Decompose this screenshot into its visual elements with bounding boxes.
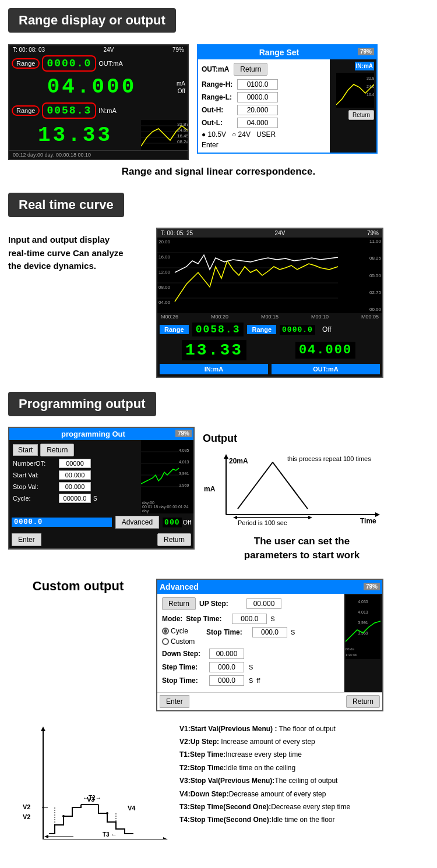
svg-marker-33 bbox=[375, 512, 380, 517]
svg-text:this process repeat 100 times: this process repeat 100 times bbox=[287, 455, 371, 462]
adv-footer-spacer bbox=[193, 695, 343, 708]
svg-marker-40 bbox=[233, 516, 237, 519]
adv-stop-time2-val[interactable]: 000.0 bbox=[209, 675, 244, 686]
adv-content: Return UP Step: 00.000 Mode: Step Time: … bbox=[157, 594, 382, 692]
adv-step-time2-val[interactable]: 000.0 bbox=[209, 662, 244, 672]
adv-footer: Enter Return bbox=[157, 692, 382, 710]
adv-step-time2-row: Step Time: 000.0 S bbox=[162, 662, 340, 672]
range-bottom: 00:12 day:00 day: 00:00:18 00:10 bbox=[9, 150, 188, 159]
prog-return-btn2[interactable]: Return bbox=[157, 533, 191, 546]
range-set-return-btn[interactable]: Return bbox=[234, 63, 267, 76]
adv-enter-btn[interactable]: Enter bbox=[160, 695, 189, 708]
advanced-left: Custom output bbox=[8, 579, 148, 602]
enter-label: Enter bbox=[202, 141, 218, 149]
section2-header: Real time curve bbox=[8, 193, 124, 217]
range-side-top: mA Off bbox=[174, 79, 188, 95]
curve-top: T: 00: 05: 25 24V 79% bbox=[157, 229, 382, 238]
svg-text:32.87: 32.87 bbox=[366, 76, 374, 80]
svg-text:Period is 100 sec: Period is 100 sec bbox=[238, 519, 287, 526]
advanced-section: Custom output Advanced 79% Return UP Ste… bbox=[0, 579, 437, 717]
adv-header: Advanced 79% bbox=[157, 580, 382, 594]
prog-startval-row: Start Val: 00.000 bbox=[13, 470, 138, 480]
svg-text:Time: Time bbox=[360, 517, 376, 525]
prog-stopval-val[interactable]: 00.000 bbox=[59, 482, 91, 491]
adv-right: 4,035 4,013 3,991 3,969 00 da 1:30 00 bbox=[344, 594, 382, 692]
adv-step-time1-lbl: Step Time: bbox=[186, 615, 230, 623]
adv-stop-time1-row: Stop Time: 000.0 S bbox=[206, 627, 295, 637]
range-time: T: 00: 08: 03 bbox=[13, 47, 45, 53]
adv-stop-time1-val[interactable]: 000.0 bbox=[252, 627, 287, 637]
range-l-val[interactable]: 0000.0 bbox=[237, 92, 278, 102]
curve-in-lbl: IN:mA bbox=[160, 364, 268, 374]
curve-off: Off bbox=[319, 324, 335, 335]
curve-large1: 13.33 bbox=[182, 340, 246, 360]
adv-step-time1-val[interactable]: 000.0 bbox=[232, 614, 267, 624]
adv-down-step-val[interactable]: 00.000 bbox=[209, 649, 244, 659]
prog-off-lbl: Off bbox=[183, 519, 191, 526]
svg-text:3,991: 3,991 bbox=[358, 621, 368, 625]
range-set-header: Range Set 79% bbox=[198, 45, 376, 59]
unit-right-top: mA bbox=[177, 80, 185, 87]
note-2: V2:Up Step: Increase amount of every ste… bbox=[179, 736, 407, 747]
range-label-top: Range bbox=[12, 58, 40, 69]
rs-return-btn[interactable]: Return bbox=[348, 110, 374, 120]
curve-chart-area: 20.00 16.00 12.00 08.00 04.00 11.00 08.2… bbox=[157, 238, 382, 313]
custom-row: V2 V2 V3 V4 V1 ←T1 ←T2→ T3 ← ←T4 bbox=[8, 723, 429, 841]
section1-header: Range display or output bbox=[8, 8, 176, 33]
note-3: T1:Step Time:Increase every step time bbox=[179, 749, 407, 760]
curve-bottom: Range 0058.3 Range 0000.0 Off bbox=[157, 320, 382, 339]
custom-svg: V2 V2 V3 V4 V1 ←T1 ←T2→ T3 ← ←T4 bbox=[8, 723, 171, 839]
output-diagram-area: 20mA mA Time Period is 100 sec this pro bbox=[203, 451, 401, 526]
prog-seg-small: 000 bbox=[163, 518, 181, 527]
svg-text:16.00: 16.00 bbox=[158, 254, 171, 260]
prog-number-lbl: NumberOT: bbox=[13, 460, 57, 467]
rs-in-label: IN:mA bbox=[355, 62, 374, 70]
out-h-row: Out-H: 20.000 bbox=[202, 105, 323, 115]
range-h-val[interactable]: 0100.0 bbox=[237, 79, 278, 90]
prog-enter-btn[interactable]: Enter bbox=[12, 533, 41, 546]
rs-out-label: OUT:mA bbox=[202, 65, 229, 73]
adv-up-step-val[interactable]: 00.000 bbox=[246, 598, 281, 609]
prog-advanced-btn[interactable]: Advanced bbox=[115, 516, 159, 529]
prog-number-val[interactable]: 00000 bbox=[59, 459, 91, 468]
adv-chart-svg: 4,035 4,013 3,991 3,969 00 da 1:30 00 bbox=[346, 595, 380, 659]
adv-off-lbl: ff bbox=[256, 677, 260, 684]
out-l-val[interactable]: 04.000 bbox=[237, 118, 278, 128]
adv-panel: Advanced 79% Return UP Step: 00.000 Mode… bbox=[156, 579, 383, 711]
user-note: The user can set the parameters to start… bbox=[203, 534, 401, 562]
svg-text:04.00: 04.00 bbox=[158, 300, 171, 305]
out-h-val[interactable]: 20.000 bbox=[237, 105, 278, 115]
out-l-lbl: Out-L: bbox=[202, 119, 234, 127]
prog-footer-spacer bbox=[45, 533, 154, 546]
adv-cycle-radio[interactable]: Cycle bbox=[162, 627, 203, 635]
prog-start-btn[interactable]: Start bbox=[13, 444, 38, 456]
large-seg-top: 04.000 bbox=[9, 73, 174, 101]
adv-step-time2-lbl: Step Time: bbox=[162, 663, 206, 671]
prog-stopval-row: Stop Val: 00.000 bbox=[13, 482, 138, 491]
note-6: V4:Down Step:Decrease amount of every st… bbox=[179, 788, 407, 800]
range-row: T: 00: 08: 03 24V 79% Range 0000.0 OUT:m… bbox=[8, 44, 429, 160]
prog-chart: 4,035 4,013 3,991 3,969 day:0000:01:18 d… bbox=[141, 440, 193, 513]
prog-startval-val[interactable]: 00.000 bbox=[59, 470, 91, 480]
prog-return-btn[interactable]: Return bbox=[40, 444, 74, 456]
svg-text:V2: V2 bbox=[23, 803, 30, 810]
curve-panel: T: 00: 05: 25 24V 79% 20.00 16.00 12.00 … bbox=[156, 228, 383, 378]
prog-cycle-val[interactable]: 00000.0 bbox=[59, 494, 91, 503]
range-set-panel: Range Set 79% OUT:mA Return Range-H: 010… bbox=[197, 44, 378, 154]
range-display-panel: T: 00: 08: 03 24V 79% Range 0000.0 OUT:m… bbox=[8, 44, 189, 160]
svg-text:00  da: 00 da bbox=[346, 647, 355, 651]
range-set-right: IN:mA 32.87 24.65 16.45 Return bbox=[330, 59, 376, 153]
svg-text:20.00: 20.00 bbox=[158, 239, 171, 245]
adv-return-btn[interactable]: Return bbox=[162, 597, 196, 610]
range-l-row: Range-L: 0000.0 bbox=[202, 92, 323, 102]
prog-seg-val: 0000.0 bbox=[12, 518, 112, 527]
svg-text:16.45: 16.45 bbox=[366, 93, 374, 97]
note-1: V1:Start Val(Previous Menu) : The floor … bbox=[179, 723, 407, 735]
svg-text:mA: mA bbox=[204, 485, 216, 493]
adv-return-btn2[interactable]: Return bbox=[346, 695, 380, 708]
adv-custom-radio[interactable]: Custom bbox=[162, 637, 203, 646]
prog-panel-top: programming Out 79% bbox=[9, 428, 193, 440]
custom-diagram: V2 V2 V3 V4 V1 ←T1 ←T2→ T3 ← ←T4 bbox=[8, 723, 171, 841]
svg-text:V4: V4 bbox=[128, 805, 136, 812]
prog-cycle-lbl: Cycle: bbox=[13, 495, 57, 502]
